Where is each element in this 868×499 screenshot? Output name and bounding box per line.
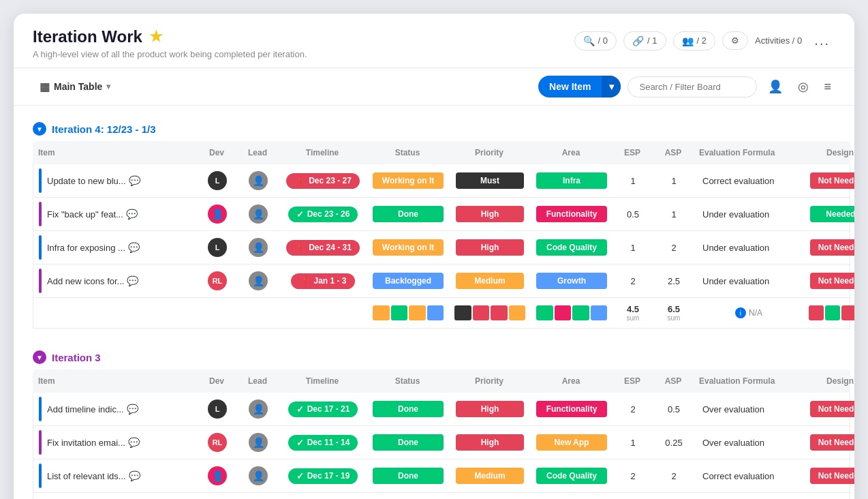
design-badge[interactable]: Not Needed [810,434,854,451]
lead-avatar: 👤 [249,171,268,190]
priority-cell: Must [449,166,531,196]
summary-row: 5sum2.75sumiN/A [33,493,851,499]
header-left: Iteration Work ★ A high-level view of al… [33,27,307,59]
priority-badge[interactable]: Must [456,172,524,189]
check-icon: ✓ [296,438,304,448]
comment-icon[interactable]: 💬 [126,209,138,220]
color-segment [591,305,608,320]
col-header-area: Area [530,374,612,389]
priority-badge[interactable]: High [456,434,524,451]
area-cell: New App [531,427,613,457]
priority-cell: High [449,232,531,262]
col-header-esp: ESP [612,145,653,160]
status-badge[interactable]: Done [373,206,444,222]
status-badge[interactable]: Working on It [373,172,444,189]
main-table-button[interactable]: ▦ Main Table ▾ [33,76,117,97]
area-badge[interactable]: Infra [536,172,607,189]
dev-cell: RL [197,266,238,296]
iteration-title[interactable]: Iteration 3 [52,352,101,363]
comment-icon[interactable]: 💬 [129,175,140,186]
design-badge[interactable]: Not Needed [810,273,854,289]
lead-avatar: 👤 [249,466,268,485]
area-badge[interactable]: Functionality [536,206,607,222]
priority-badge[interactable]: High [456,206,524,222]
design-summary [803,298,854,328]
status-badge[interactable]: Done [373,468,444,484]
hide-icon[interactable]: ◎ [794,75,813,98]
settings-icon: ⚙ [731,35,739,46]
comment-icon[interactable]: 💬 [127,275,138,286]
iteration-title[interactable]: Iteration 4: 12/23 - 1/3 [52,123,156,135]
area-cell: Growth [531,266,613,296]
toolbar-left: ▦ Main Table ▾ [33,76,117,97]
design-badge[interactable]: Not Needed [810,172,854,189]
status-badge[interactable]: Working on It [373,239,444,256]
users-badge[interactable]: 🔗 / 1 [623,31,666,50]
design-badge[interactable]: Not Needed [810,239,854,256]
new-item-button[interactable]: New Item ▾ [538,76,621,97]
column-headers: ItemDevLeadTimelineStatusPriorityAreaESP… [33,141,850,164]
comment-icon[interactable]: 💬 [127,404,138,414]
summary-empty [33,493,197,499]
comment-icon[interactable]: 💬 [128,242,140,253]
comment-icon[interactable]: 💬 [129,470,140,481]
chevron-down-icon: ▾ [106,82,110,91]
area-badge[interactable]: New App [536,434,607,451]
iteration-toggle[interactable]: ▼ [33,350,46,364]
row-title: Add new icons for... [47,276,124,286]
dev-cell: 👤 [197,199,238,229]
row-indicator [39,202,42,226]
area-cell: Functionality [531,199,613,229]
dev-cell: L [197,166,238,196]
status-cell: Working on It [367,232,449,262]
esp-summary: 5sum [613,493,653,499]
col-header-lead: Lead [237,145,278,160]
col-header-area: Area [530,145,612,160]
warning-icon: ❗ [299,276,310,286]
eval-cell: Under evaluation [694,199,803,229]
area-badge[interactable]: Growth [536,273,607,289]
design-badge[interactable]: Needed [810,206,854,222]
activities-badge[interactable]: Activities / 0 [755,35,802,46]
timeline-cell: ❗ Dec 23 - 27 [279,166,367,196]
area-badge[interactable]: Code Quality [536,239,607,256]
area-badge[interactable]: Functionality [536,401,607,417]
na-label: N/A [749,308,762,318]
team-badge[interactable]: 👥 / 2 [673,31,715,50]
star-icon[interactable]: ★ [149,28,163,46]
row-title-cell: List of relevant ids...💬 [33,459,197,492]
avatar: 👤 [208,205,227,224]
design-badge[interactable]: Not Needed [810,401,854,417]
col-header-status: Status [367,145,448,160]
row-title-cell: Add timeline indic...💬 [33,393,197,425]
priority-badge[interactable]: Medium [456,468,524,484]
eye-badge[interactable]: 🔍 / 0 [574,31,617,50]
area-cell: Code Quality [531,232,613,262]
search-input[interactable] [627,76,757,97]
iteration-toggle[interactable]: ▼ [33,122,46,136]
design-cell: Not Needed [803,232,854,262]
comment-icon[interactable]: 💬 [128,437,140,448]
eval-cell: Under evaluation [694,232,803,262]
priority-badge[interactable]: Medium [456,273,524,289]
design-badge[interactable]: Not Needed [810,468,854,484]
profile-icon[interactable]: 👤 [764,75,787,98]
status-badge[interactable]: Done [373,434,444,451]
page-title: Iteration Work ★ [33,27,307,46]
settings-icon-badge[interactable]: ⚙ [722,31,748,50]
activities-label: Activities / 0 [755,35,802,46]
iteration-group-iter4: ▼Iteration 4: 12/23 - 1/3ItemDevLeadTime… [14,117,854,329]
new-item-dropdown-arrow[interactable]: ▾ [602,76,621,97]
timeline-cell: ❗ Dec 24 - 31 [279,232,367,262]
filter-icon[interactable]: ≡ [820,76,835,98]
status-badge[interactable]: Backlogged [373,273,444,289]
row-title-cell: Add new icons for...💬 [33,264,197,297]
status-badge[interactable]: Done [373,401,444,417]
more-button[interactable]: ... [809,30,835,51]
area-badge[interactable]: Code Quality [536,468,607,484]
priority-badge[interactable]: High [456,401,524,417]
priority-cell: Medium [449,266,531,296]
table-row: Fix "back up" feat...💬👤👤✓ Dec 23 - 26Don… [33,198,850,231]
priority-badge[interactable]: High [456,239,524,256]
eval-cell: Correct evaluation [694,166,803,196]
